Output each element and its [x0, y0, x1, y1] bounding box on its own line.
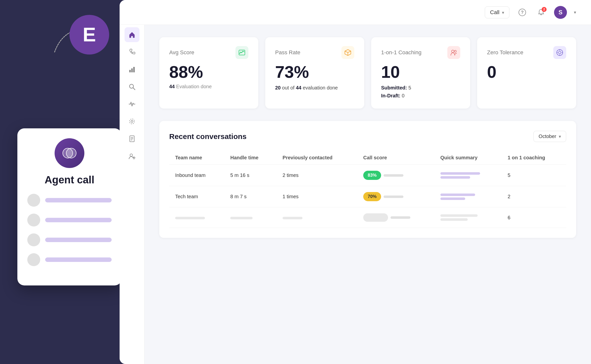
svg-point-16 — [130, 154, 132, 156]
agent-list-item-2 — [27, 214, 112, 226]
previously-contacted-cell: 1 times — [277, 186, 357, 207]
ghost-summary-lines — [440, 214, 496, 221]
main-content: Avg Score 88% 44 Evaluation done — [144, 25, 591, 364]
sidebar-item-home[interactable] — [125, 27, 139, 42]
sidebar-item-add-user[interactable] — [125, 149, 139, 164]
call-dropdown[interactable]: Call — [485, 6, 509, 18]
coaching-label: 1-on-1 Coaching — [381, 49, 422, 56]
call-dropdown-label: Call — [490, 9, 499, 16]
help-icon-button[interactable]: ? — [516, 6, 528, 18]
settings-circle-icon — [556, 49, 563, 56]
agent-list-item — [27, 194, 112, 207]
col-handle-time: Handle time — [224, 151, 277, 165]
quick-summary-cell — [434, 186, 502, 207]
coaching-sub: Submitted: 5In-Draft: 0 — [381, 84, 460, 100]
svg-point-21 — [452, 50, 454, 53]
quick-summary-cell — [434, 165, 502, 186]
stat-card-coaching: 1-on-1 Coaching 10 Submitted: 5In-Draft:… — [371, 37, 470, 109]
call-score-cell: 83% — [357, 165, 434, 186]
call-score-cell: 70% — [357, 186, 434, 207]
svg-point-22 — [454, 50, 456, 52]
help-circle-icon: ? — [518, 8, 526, 16]
table-header: Team name Handle time Previously contact… — [169, 151, 566, 165]
agent-call-card: Agent call — [17, 128, 122, 285]
stat-card-avg-score: Avg Score 88% 44 Evaluation done — [159, 37, 258, 109]
summary-line-1 — [440, 172, 480, 175]
agent-name-bar-4 — [45, 257, 112, 262]
user-avatar-top[interactable]: S — [554, 6, 567, 19]
table-row-ghost: 6 — [169, 207, 566, 228]
chevron-down-icon — [502, 9, 504, 16]
activity-icon — [129, 101, 135, 108]
col-quick-summary: Quick summary — [434, 151, 502, 165]
pass-rate-sub: 20 out of 44 evaluation done — [275, 84, 354, 92]
summary-lines — [440, 194, 496, 200]
notification-badge: 2 — [542, 7, 547, 12]
month-label: October — [539, 134, 556, 139]
coaching-icon — [447, 46, 460, 59]
score-track-ghost — [391, 216, 410, 219]
agent-avatar-sm-2 — [27, 214, 40, 226]
notification-button[interactable]: 2 — [535, 6, 547, 18]
ghost-coaching-cell: 6 — [502, 207, 566, 228]
ghost-line — [283, 217, 302, 219]
zero-tolerance-icon — [553, 46, 566, 59]
agent-avatar-sm-3 — [27, 233, 40, 246]
pass-rate-label: Pass Rate — [275, 49, 300, 56]
agent-call-section: E Agent call — [0, 0, 139, 364]
sidebar-item-activity[interactable] — [125, 97, 139, 112]
sidebar-item-phone[interactable] — [125, 45, 139, 59]
sidebar-item-document[interactable] — [125, 131, 139, 146]
score-bar-yellow: 70% — [363, 192, 381, 201]
document-icon — [129, 135, 135, 142]
handle-time-cell: 8 m 7 s — [224, 186, 277, 207]
chart-line-icon — [238, 49, 245, 56]
sidebar-item-search[interactable] — [125, 79, 139, 94]
coaching-value: 10 — [381, 63, 460, 80]
ghost-summary-line-1 — [440, 214, 478, 217]
stats-row: Avg Score 88% 44 Evaluation done — [159, 37, 576, 109]
people-icon — [450, 49, 457, 56]
bar-chart-icon — [129, 66, 135, 73]
phone-icon — [129, 49, 135, 56]
summary-lines — [440, 172, 496, 179]
col-previously-contacted: Previously contacted — [277, 151, 357, 165]
pass-rate-value: 73% — [275, 63, 354, 80]
agent-avatar-sm-1 — [27, 194, 40, 207]
agent-avatar-sm-4 — [27, 253, 40, 266]
month-chevron-down-icon — [559, 134, 561, 139]
ghost-score-cell — [357, 207, 434, 228]
avg-score-value: 88% — [169, 63, 248, 80]
team-name-cell: Tech team — [169, 186, 224, 207]
agent-name-bar-2 — [45, 218, 112, 222]
ghost-line — [230, 217, 253, 219]
stat-card-pass-rate: Pass Rate 73% 20 out of 44 evaluation do… — [265, 37, 364, 109]
svg-point-10 — [131, 120, 133, 122]
col-call-score: Call score — [357, 151, 434, 165]
month-dropdown[interactable]: October — [533, 131, 566, 142]
home-icon — [129, 31, 135, 38]
sidebar-item-settings[interactable] — [125, 114, 139, 129]
col-team-name: Team name — [169, 151, 224, 165]
svg-point-24 — [558, 51, 561, 54]
dashboard: Call ? 2 S — [120, 0, 591, 364]
score-bar-container: 83% — [363, 171, 428, 180]
search-icon — [129, 83, 135, 90]
settings-icon — [129, 118, 135, 125]
stat-card-zero-tolerance: Zero Tolerance 0 — [477, 37, 576, 109]
user-chevron-down-icon[interactable] — [574, 10, 576, 15]
sidebar-item-chart[interactable] — [125, 62, 139, 77]
table-row: Inbound team 5 m 16 s 2 times 83% — [169, 165, 566, 186]
svg-text:?: ? — [521, 10, 524, 15]
ghost-handle-cell — [224, 207, 277, 228]
agent-call-title: Agent call — [27, 174, 112, 186]
svg-line-9 — [133, 88, 135, 90]
agent-name-bar-3 — [45, 238, 112, 242]
pass-rate-icon — [341, 46, 354, 59]
coaching-count-cell: 2 — [502, 186, 566, 207]
zero-tolerance-label: Zero Tolerance — [487, 49, 523, 56]
ghost-team-cell — [169, 207, 224, 228]
agent-list-item-4 — [27, 253, 112, 266]
ghost-summary-line-2 — [440, 218, 468, 221]
add-user-icon — [129, 153, 135, 160]
